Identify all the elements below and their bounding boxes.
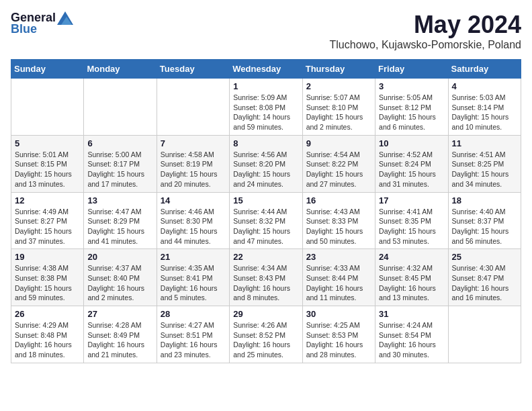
logo: General Blue: [11, 11, 73, 36]
day-info: Sunrise: 4:43 AMSunset: 8:33 PMDaylight:…: [306, 207, 371, 246]
day-info: Sunrise: 4:32 AMSunset: 8:45 PMDaylight:…: [379, 263, 444, 303]
day-number: 23: [306, 252, 371, 262]
calendar-cell: 10Sunrise: 4:52 AMSunset: 8:24 PMDayligh…: [375, 135, 448, 192]
day-number: 13: [87, 195, 152, 205]
day-number: 18: [452, 195, 517, 205]
calendar-cell: 21Sunrise: 4:35 AMSunset: 8:41 PMDayligh…: [157, 249, 229, 306]
day-info: Sunrise: 4:26 AMSunset: 8:52 PMDaylight:…: [233, 320, 298, 360]
day-info: Sunrise: 5:09 AMSunset: 8:08 PMDaylight:…: [233, 93, 298, 132]
day-number: 31: [379, 309, 444, 319]
day-number: 9: [306, 138, 371, 148]
calendar-table: SundayMondayTuesdayWednesdayThursdayFrid…: [11, 59, 521, 363]
day-number: 25: [452, 252, 517, 262]
header: General Blue May 2024 Tluchowo, Kujawsko…: [11, 11, 521, 51]
day-info: Sunrise: 5:05 AMSunset: 8:12 PMDaylight:…: [379, 93, 444, 132]
header-wednesday: Wednesday: [230, 60, 302, 79]
calendar-cell: 23Sunrise: 4:33 AMSunset: 8:44 PMDayligh…: [302, 249, 375, 306]
day-info: Sunrise: 4:52 AMSunset: 8:24 PMDaylight:…: [379, 150, 444, 189]
calendar-week-row: 12Sunrise: 4:49 AMSunset: 8:27 PMDayligh…: [11, 192, 521, 249]
month-year-title: May 2024: [330, 11, 521, 39]
calendar-cell: 12Sunrise: 4:49 AMSunset: 8:27 PMDayligh…: [11, 192, 84, 249]
calendar-cell: 25Sunrise: 4:30 AMSunset: 8:47 PMDayligh…: [448, 249, 521, 306]
calendar-cell: [84, 79, 157, 136]
calendar-cell: 2Sunrise: 5:07 AMSunset: 8:10 PMDaylight…: [302, 79, 375, 136]
calendar-cell: [157, 79, 229, 136]
calendar-cell: [11, 79, 84, 136]
day-info: Sunrise: 4:58 AMSunset: 8:19 PMDaylight:…: [161, 150, 226, 189]
day-info: Sunrise: 4:47 AMSunset: 8:29 PMDaylight:…: [87, 207, 152, 246]
calendar-cell: 28Sunrise: 4:27 AMSunset: 8:51 PMDayligh…: [157, 306, 229, 363]
day-number: 12: [15, 195, 80, 205]
day-number: 16: [306, 195, 371, 205]
day-number: 17: [379, 195, 444, 205]
day-number: 30: [306, 309, 371, 319]
day-info: Sunrise: 4:51 AMSunset: 8:25 PMDaylight:…: [452, 150, 517, 189]
day-number: 5: [15, 138, 80, 148]
day-number: 4: [452, 81, 517, 91]
day-number: 7: [161, 138, 226, 148]
day-number: 24: [379, 252, 444, 262]
day-number: 10: [379, 138, 444, 148]
logo-icon: [57, 11, 73, 25]
day-info: Sunrise: 4:28 AMSunset: 8:49 PMDaylight:…: [87, 320, 152, 360]
header-friday: Friday: [375, 60, 448, 79]
day-number: 6: [87, 138, 152, 148]
day-info: Sunrise: 4:44 AMSunset: 8:32 PMDaylight:…: [233, 207, 298, 246]
day-info: Sunrise: 4:35 AMSunset: 8:41 PMDaylight:…: [161, 263, 226, 303]
calendar-cell: 27Sunrise: 4:28 AMSunset: 8:49 PMDayligh…: [84, 306, 157, 363]
calendar-cell: 19Sunrise: 4:38 AMSunset: 8:38 PMDayligh…: [11, 249, 84, 306]
calendar-cell: [448, 306, 521, 363]
day-number: 26: [15, 309, 80, 319]
day-number: 3: [379, 81, 444, 91]
calendar-cell: 29Sunrise: 4:26 AMSunset: 8:52 PMDayligh…: [230, 306, 302, 363]
day-info: Sunrise: 4:38 AMSunset: 8:38 PMDaylight:…: [15, 263, 80, 303]
calendar-cell: 31Sunrise: 4:24 AMSunset: 8:54 PMDayligh…: [375, 306, 448, 363]
day-info: Sunrise: 4:29 AMSunset: 8:48 PMDaylight:…: [15, 320, 80, 360]
day-info: Sunrise: 4:27 AMSunset: 8:51 PMDaylight:…: [161, 320, 226, 360]
calendar-cell: 17Sunrise: 4:41 AMSunset: 8:35 PMDayligh…: [375, 192, 448, 249]
calendar-cell: 30Sunrise: 4:25 AMSunset: 8:53 PMDayligh…: [302, 306, 375, 363]
day-number: 19: [15, 252, 80, 262]
calendar-cell: 22Sunrise: 4:34 AMSunset: 8:43 PMDayligh…: [230, 249, 302, 306]
header-thursday: Thursday: [302, 60, 375, 79]
day-number: 27: [87, 309, 152, 319]
day-info: Sunrise: 4:25 AMSunset: 8:53 PMDaylight:…: [306, 320, 371, 360]
day-info: Sunrise: 5:03 AMSunset: 8:14 PMDaylight:…: [452, 93, 517, 132]
day-number: 20: [87, 252, 152, 262]
calendar-cell: 5Sunrise: 5:01 AMSunset: 8:15 PMDaylight…: [11, 135, 84, 192]
day-number: 21: [161, 252, 226, 262]
calendar-cell: 18Sunrise: 4:40 AMSunset: 8:37 PMDayligh…: [448, 192, 521, 249]
day-info: Sunrise: 4:41 AMSunset: 8:35 PMDaylight:…: [379, 207, 444, 246]
calendar-cell: 4Sunrise: 5:03 AMSunset: 8:14 PMDaylight…: [448, 79, 521, 136]
day-info: Sunrise: 4:40 AMSunset: 8:37 PMDaylight:…: [452, 207, 517, 246]
day-number: 14: [161, 195, 226, 205]
day-info: Sunrise: 4:34 AMSunset: 8:43 PMDaylight:…: [233, 263, 298, 303]
day-number: 11: [452, 138, 517, 148]
calendar-cell: 16Sunrise: 4:43 AMSunset: 8:33 PMDayligh…: [302, 192, 375, 249]
day-info: Sunrise: 4:33 AMSunset: 8:44 PMDaylight:…: [306, 263, 371, 303]
calendar-week-row: 26Sunrise: 4:29 AMSunset: 8:48 PMDayligh…: [11, 306, 521, 363]
day-number: 1: [233, 81, 298, 91]
day-info: Sunrise: 4:30 AMSunset: 8:47 PMDaylight:…: [452, 263, 517, 303]
day-info: Sunrise: 4:46 AMSunset: 8:30 PMDaylight:…: [161, 207, 226, 246]
day-number: 29: [233, 309, 298, 319]
header-tuesday: Tuesday: [157, 60, 229, 79]
day-info: Sunrise: 4:54 AMSunset: 8:22 PMDaylight:…: [306, 150, 371, 189]
calendar-week-row: 5Sunrise: 5:01 AMSunset: 8:15 PMDaylight…: [11, 135, 521, 192]
day-info: Sunrise: 5:01 AMSunset: 8:15 PMDaylight:…: [15, 150, 80, 189]
calendar-cell: 15Sunrise: 4:44 AMSunset: 8:32 PMDayligh…: [230, 192, 302, 249]
header-monday: Monday: [84, 60, 157, 79]
calendar-cell: 6Sunrise: 5:00 AMSunset: 8:17 PMDaylight…: [84, 135, 157, 192]
calendar-cell: 13Sunrise: 4:47 AMSunset: 8:29 PMDayligh…: [84, 192, 157, 249]
calendar-cell: 24Sunrise: 4:32 AMSunset: 8:45 PMDayligh…: [375, 249, 448, 306]
calendar-cell: 8Sunrise: 4:56 AMSunset: 8:20 PMDaylight…: [230, 135, 302, 192]
title-section: May 2024 Tluchowo, Kujawsko-Pomorskie, P…: [330, 11, 521, 51]
calendar-cell: 20Sunrise: 4:37 AMSunset: 8:40 PMDayligh…: [84, 249, 157, 306]
day-info: Sunrise: 4:24 AMSunset: 8:54 PMDaylight:…: [379, 320, 444, 360]
day-info: Sunrise: 4:37 AMSunset: 8:40 PMDaylight:…: [87, 263, 152, 303]
calendar-cell: 11Sunrise: 4:51 AMSunset: 8:25 PMDayligh…: [448, 135, 521, 192]
calendar-week-row: 1Sunrise: 5:09 AMSunset: 8:08 PMDaylight…: [11, 79, 521, 136]
calendar-cell: 9Sunrise: 4:54 AMSunset: 8:22 PMDaylight…: [302, 135, 375, 192]
calendar-cell: 14Sunrise: 4:46 AMSunset: 8:30 PMDayligh…: [157, 192, 229, 249]
day-info: Sunrise: 4:56 AMSunset: 8:20 PMDaylight:…: [233, 150, 298, 189]
